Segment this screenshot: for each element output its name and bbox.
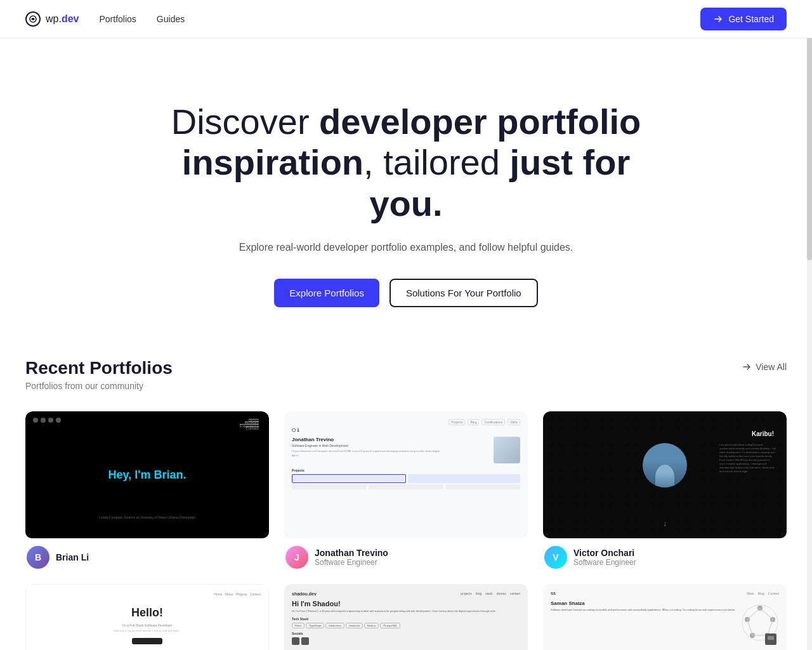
portfolio-card[interactable]: shadou.dev projects blog stack demos con… xyxy=(284,584,528,650)
nav-left: wp.dev Portfolios Guides xyxy=(25,11,185,27)
thumbnail-nav: Projects Blog Certifications Skills xyxy=(292,419,520,425)
thumbnail-header: SS Work Blog Contact xyxy=(551,592,779,595)
portfolio-card[interactable]: Home Portfolio Experience Contact Hey, I… xyxy=(25,411,269,569)
portfolio-details: Jonathan Trevino Software Engineer xyxy=(315,548,388,567)
portfolio-thumbnail: shadou.dev projects blog stack demos con… xyxy=(284,584,528,650)
thumbnail-tech-label: Tech Stack xyxy=(292,617,520,621)
portfolio-grid: Home Portfolio Experience Contact Hey, I… xyxy=(25,411,787,650)
portfolio-thumbnail: Home About Projects Contact Hello! I'm a… xyxy=(25,584,269,650)
thumbnail-socials xyxy=(292,637,520,645)
portfolio-thumbnail: SS Work Blog Contact Saman Shaiza Softwa… xyxy=(543,584,787,650)
thumbnail-logo: ⬡ 1 xyxy=(292,428,520,433)
section-title: Recent Portfolios xyxy=(25,358,173,378)
portfolio-thumbnail: Projects Blog Certifications Skills ⬡ 1 … xyxy=(284,411,528,538)
portfolio-info: J Jonathan Trevino Software Engineer xyxy=(284,546,528,569)
portfolio-thumbnail: Home Portfolio Experience Contact Hey, I… xyxy=(25,411,269,538)
svg-line-8 xyxy=(760,608,773,620)
avatar: B xyxy=(27,546,49,569)
solutions-portfolio-button[interactable]: Solutions For Your Portfolio xyxy=(390,279,538,307)
svg-line-12 xyxy=(747,608,760,620)
thumbnail-person xyxy=(643,443,687,488)
avatar: J xyxy=(285,546,308,569)
section-title-group: Recent Portfolios Portfolios from our co… xyxy=(25,358,173,391)
hero-section: Discover developer portfolio inspiration… xyxy=(121,38,691,358)
portfolio-card[interactable]: Home About Projects Contact Hello! I'm a… xyxy=(25,584,269,650)
navbar: wp.dev Portfolios Guides Get Started xyxy=(0,0,812,38)
thumbnail-desc: I am passionate about coding because... … xyxy=(719,443,776,474)
logo[interactable]: wp.dev xyxy=(25,11,79,27)
portfolio-name: Victor Onchari xyxy=(573,548,636,558)
portfolio-card[interactable]: SS Work Blog Contact Saman Shaiza Softwa… xyxy=(543,584,787,650)
thumbnail-projects: Projects xyxy=(292,468,520,489)
thumbnail-nav: Home About Projects Contact xyxy=(34,592,261,596)
thumbnail-nav: Home Portfolio Experience Contact xyxy=(240,419,259,427)
section-subtitle: Portfolios from our community xyxy=(25,381,173,391)
svg-line-11 xyxy=(747,620,752,635)
hero-subtext: Explore real-world developer portfolio e… xyxy=(146,239,666,256)
portfolio-info: V Victor Onchari Software Engineer xyxy=(543,546,787,569)
portfolio-details: Victor Onchari Software Engineer xyxy=(573,548,636,567)
thumbnail-arrow: ↓ xyxy=(663,519,667,528)
thumbnail-heading: Hey, I'm Brian. xyxy=(108,468,187,481)
portfolio-card[interactable]: Projects Blog Certifications Skills ⬡ 1 … xyxy=(284,411,528,569)
svg-point-2 xyxy=(749,611,771,634)
svg-rect-14 xyxy=(768,636,774,640)
thumbnail-info: Jonathan Trevino Software Engineer in We… xyxy=(292,437,488,458)
thumbnail-hello: Hello! I'm a Full-Stack Software Develop… xyxy=(34,606,261,633)
thumbnail-btn xyxy=(132,638,162,644)
thumbnail-photo xyxy=(494,437,520,463)
portfolio-thumbnail: Karibu! I am passionate about coding bec… xyxy=(543,411,787,538)
portfolio-role: Software Engineer xyxy=(573,558,636,567)
thumbnail-icons xyxy=(33,418,61,423)
logo-text: wp.dev xyxy=(46,13,79,25)
thumbnail-content: Jonathan Trevino Software Engineer in We… xyxy=(292,437,520,463)
portfolio-name: Brian Li xyxy=(56,552,89,562)
thumbnail-visual xyxy=(741,600,779,645)
portfolio-card[interactable]: Karibu! I am passionate about coding bec… xyxy=(543,411,787,569)
logo-icon xyxy=(25,11,41,27)
thumbnail-content: Saman Shaiza Software developer focused … xyxy=(551,600,779,645)
thumbnail-sub: I study Computer Science at University o… xyxy=(99,515,195,519)
thumbnail-socials-label: Socials xyxy=(292,632,520,635)
thumbnail-intro: Hi, I'm Firoz ("Shadou"), a 30-year-old … xyxy=(292,609,520,613)
view-all-link[interactable]: View All xyxy=(742,362,787,372)
portfolio-role: Software Engineer xyxy=(315,558,388,567)
thumbnail-avatar xyxy=(643,443,687,488)
explore-portfolios-button[interactable]: Explore Portfolios xyxy=(274,279,379,307)
hero-heading: Discover developer portfolio inspiration… xyxy=(146,102,666,224)
scrollbar-track[interactable] xyxy=(807,0,812,650)
portfolio-details: Brian Li xyxy=(56,552,89,562)
arrow-right-icon xyxy=(742,362,752,372)
thumbnail-text: Saman Shaiza Software developer focused … xyxy=(551,600,736,645)
portfolio-name: Jonathan Trevino xyxy=(315,548,388,558)
section-header: Recent Portfolios Portfolios from our co… xyxy=(25,358,787,391)
hero-buttons: Explore Portfolios Solutions For Your Po… xyxy=(146,279,666,307)
portfolios-section: Recent Portfolios Portfolios from our co… xyxy=(0,358,812,650)
avatar: V xyxy=(544,546,567,569)
scrollbar-thumb[interactable] xyxy=(807,0,812,260)
nav-guides[interactable]: Guides xyxy=(157,14,185,24)
arrow-right-icon xyxy=(713,14,723,24)
thumbnail-header: shadou.dev projects blog stack demos con… xyxy=(292,592,520,596)
get-started-button[interactable]: Get Started xyxy=(700,8,787,30)
svg-line-9 xyxy=(768,620,773,635)
portfolio-info: B Brian Li xyxy=(25,546,269,569)
nav-portfolios[interactable]: Portfolios xyxy=(99,14,136,24)
thumbnail-greeting: Hi I'm Shadou! xyxy=(292,600,520,607)
thumbnail-greeting: Karibu! xyxy=(752,430,774,437)
thumbnail-tags: React TypeScript tailwindcss shadcn/ui N… xyxy=(292,623,520,628)
